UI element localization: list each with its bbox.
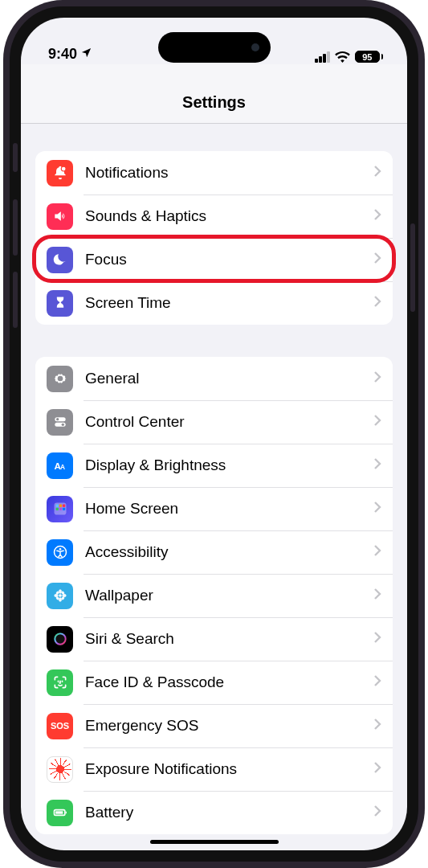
- wifi-icon: [335, 51, 350, 63]
- hourglass-icon: [47, 290, 73, 317]
- chevron-right-icon: [373, 414, 381, 430]
- row-label: Face ID & Passcode: [85, 674, 373, 691]
- row-label: Sounds & Haptics: [85, 207, 373, 225]
- chevron-right-icon: [373, 718, 381, 734]
- accessibility-icon: [47, 539, 73, 566]
- row-label: Emergency SOS: [85, 717, 373, 735]
- bell-icon: [47, 160, 73, 186]
- svg-rect-11: [55, 508, 58, 510]
- row-label: General: [85, 370, 373, 387]
- speaker-icon: [47, 203, 73, 230]
- chevron-right-icon: [373, 295, 381, 311]
- toggles-icon: [47, 409, 73, 436]
- gear-icon: [47, 366, 73, 392]
- text-size-icon: AA: [47, 452, 73, 479]
- battery-indicator: 95: [355, 51, 383, 63]
- flower-icon: [47, 583, 73, 609]
- chevron-right-icon: [373, 631, 381, 647]
- chevron-right-icon: [373, 805, 381, 821]
- svg-point-4: [61, 424, 63, 426]
- row-label: Exposure Notifications: [85, 760, 373, 778]
- chevron-right-icon: [373, 501, 381, 517]
- svg-point-19: [54, 594, 58, 597]
- svg-point-16: [59, 594, 62, 597]
- sos-icon: SOS: [47, 713, 73, 739]
- settings-list: Notifications Sounds & Haptics Focus: [21, 124, 407, 834]
- settings-group-2: General Control Center AA Display & Brig…: [35, 357, 393, 834]
- svg-point-18: [59, 597, 62, 601]
- svg-text:A: A: [60, 463, 65, 471]
- chevron-right-icon: [373, 761, 381, 777]
- row-label: Wallpaper: [85, 587, 373, 604]
- exposure-icon: [47, 756, 73, 783]
- row-label: Home Screen: [85, 500, 373, 518]
- svg-rect-29: [55, 811, 63, 813]
- row-battery[interactable]: Battery: [35, 791, 393, 834]
- home-indicator[interactable]: [150, 840, 279, 845]
- phone-bezel: 9:40 95 Settings: [10, 6, 418, 862]
- row-exposure-notifications[interactable]: Exposure Notifications: [35, 747, 393, 791]
- siri-icon: [47, 626, 73, 653]
- row-label: Focus: [85, 251, 373, 268]
- row-siri-search[interactable]: Siri & Search: [35, 617, 393, 661]
- svg-point-3: [56, 418, 59, 420]
- row-focus[interactable]: Focus: [35, 238, 393, 281]
- chevron-right-icon: [373, 544, 381, 560]
- svg-rect-12: [59, 508, 61, 510]
- row-emergency-sos[interactable]: SOS Emergency SOS: [35, 704, 393, 747]
- row-label: Battery: [85, 804, 373, 821]
- cellular-icon: [314, 51, 330, 63]
- page-title: Settings: [21, 64, 407, 124]
- status-time: 9:40: [48, 46, 77, 63]
- chevron-right-icon: [373, 165, 381, 181]
- row-label: Accessibility: [85, 543, 373, 561]
- row-label: Screen Time: [85, 294, 373, 312]
- chevron-right-icon: [373, 371, 381, 387]
- row-control-center[interactable]: Control Center: [35, 400, 393, 444]
- row-label: Notifications: [85, 164, 373, 182]
- svg-rect-28: [65, 812, 66, 814]
- row-screen-time[interactable]: Screen Time: [35, 281, 393, 325]
- row-label: Display & Brightness: [85, 457, 373, 474]
- chevron-right-icon: [373, 252, 381, 268]
- grid-icon: [47, 496, 73, 522]
- svg-point-15: [59, 548, 61, 551]
- svg-rect-13: [62, 508, 64, 510]
- faceid-icon: [47, 669, 73, 696]
- screen: 9:40 95 Settings: [21, 18, 407, 850]
- row-label: Control Center: [85, 413, 373, 431]
- battery-icon: [47, 800, 73, 826]
- chevron-right-icon: [373, 208, 381, 224]
- dynamic-island: [158, 32, 271, 63]
- chevron-right-icon: [373, 674, 381, 690]
- svg-rect-9: [59, 505, 61, 507]
- row-wallpaper[interactable]: Wallpaper: [35, 574, 393, 617]
- row-notifications[interactable]: Notifications: [35, 151, 393, 194]
- row-display-brightness[interactable]: AA Display & Brightness: [35, 444, 393, 487]
- moon-icon: [47, 247, 73, 273]
- chevron-right-icon: [373, 457, 381, 473]
- chevron-right-icon: [373, 588, 381, 604]
- svg-point-17: [59, 589, 62, 593]
- row-sounds-haptics[interactable]: Sounds & Haptics: [35, 194, 393, 238]
- svg-point-0: [61, 166, 66, 171]
- row-face-id-passcode[interactable]: Face ID & Passcode: [35, 661, 393, 704]
- settings-group-1: Notifications Sounds & Haptics Focus: [35, 151, 393, 325]
- row-label: Siri & Search: [85, 630, 373, 648]
- svg-rect-10: [62, 505, 64, 507]
- svg-rect-8: [55, 505, 58, 507]
- row-general[interactable]: General: [35, 357, 393, 400]
- row-home-screen[interactable]: Home Screen: [35, 487, 393, 530]
- row-accessibility[interactable]: Accessibility: [35, 530, 393, 574]
- svg-point-20: [62, 594, 66, 597]
- location-icon: [80, 46, 92, 63]
